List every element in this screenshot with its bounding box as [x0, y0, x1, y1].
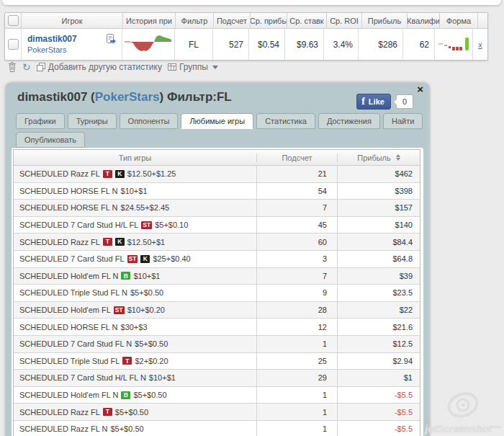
tab-6[interactable]: Найти: [383, 113, 423, 129]
game-name: SCHEDULED 7 Card Stud H/L FL: [19, 221, 138, 229]
col-header-form[interactable]: Форма: [439, 13, 477, 28]
profit-cell: $286: [358, 29, 402, 60]
col-header-qualified[interactable]: Квалифи: [407, 13, 439, 28]
player-site-link[interactable]: PokerStars: [27, 45, 66, 55]
game-profit-cell: $462: [337, 166, 420, 182]
favorite-games-table: Тип игры Подсчет Прибыль SCHEDULED Razz …: [13, 149, 420, 436]
game-type-cell: SCHEDULED Hold'em FL NB$10+$1: [14, 268, 256, 285]
game-count-cell: 12: [256, 319, 337, 335]
col-header-avg-roi[interactable]: Ср. ROI: [326, 13, 361, 28]
col-header-history[interactable]: История при: [122, 13, 175, 28]
facebook-like-button[interactable]: f Like: [356, 94, 391, 110]
game-stake: $10+$1: [149, 373, 176, 382]
game-stake: $5+$0.50: [110, 424, 143, 433]
col-header-profit[interactable]: Прибыль: [361, 13, 407, 28]
tab-row-1: ГрафикиТурнирыОппонентыЛюбимые игрыСтати…: [16, 113, 423, 129]
notes-export-icon[interactable]: [105, 33, 117, 45]
refresh-icon[interactable]: ↻: [22, 62, 31, 72]
add-statistic-label: Добавить другую статистику: [48, 62, 162, 72]
col-header-filter[interactable]: Фильтр: [175, 13, 213, 28]
game-badge-icon: ST: [141, 221, 152, 229]
game-type-cell: SCHEDULED HORSE FL N$10+$1: [14, 183, 256, 200]
tab-4[interactable]: Статистика: [256, 113, 315, 129]
game-name: SCHEDULED Hold'em FL N: [19, 272, 118, 280]
game-name: SCHEDULED Hold'em FL: [19, 306, 111, 314]
trash-icon[interactable]: [8, 62, 17, 72]
game-count-cell: 7: [256, 200, 337, 216]
game-row: SCHEDULED Hold'em FLST$10+$0.2028$22: [14, 301, 420, 319]
game-profit-cell: $84.4: [337, 233, 420, 250]
game-stake: $24.55+$2.45: [121, 203, 170, 212]
panel-title-filter: ) Фильтр:FL: [160, 90, 232, 104]
game-type-cell: SCHEDULED Hold'em FL NB$5+$0.50: [14, 387, 256, 404]
tab-3[interactable]: Любимые игры: [181, 113, 253, 129]
game-stake: $10+$1: [121, 187, 148, 195]
caret-down-icon: [212, 66, 218, 69]
groups-dropdown[interactable]: Группы: [168, 62, 218, 72]
game-profit-cell: $12.5: [337, 336, 420, 352]
players-toolbar: ↻ Добавить другую статистику Группы: [8, 62, 218, 72]
games-col-header-profit-label: Прибыль: [357, 154, 391, 162]
player-details-panel: × dimastik007 (PokerStars) Фильтр:FL f L…: [6, 83, 429, 436]
col-header-remove: [477, 13, 487, 28]
game-row: SCHEDULED Hold'em FL NB$5+$0.501-$5.5: [14, 386, 420, 404]
tab-7[interactable]: Опубликовать: [16, 132, 85, 148]
col-header-avg-profit[interactable]: Ср. прибы: [250, 13, 287, 28]
profit-history-sparkline: [125, 32, 172, 57]
jetscreenshot-watermark: jetScreenshotcom: [424, 389, 502, 434]
remove-player-cell: x: [472, 29, 487, 60]
filter-cell: FL: [174, 29, 212, 60]
tab-2[interactable]: Оппоненты: [120, 113, 179, 129]
player-cell: dimastik007 PokerStars: [21, 29, 122, 60]
game-row: SCHEDULED Razz FLTK$12.50+$1.2521$462: [14, 166, 420, 182]
game-badge-icon: K: [115, 170, 125, 178]
game-stake: $10+$1: [133, 272, 160, 280]
game-count-cell: 1: [256, 336, 337, 352]
game-row: SCHEDULED Razz FL N$5+$0.501-$5.5: [14, 420, 420, 436]
facebook-icon: f: [361, 96, 365, 107]
avg-stake-cell: $9.63: [284, 29, 323, 60]
player-name-link[interactable]: dimastik007: [27, 33, 77, 45]
game-type-cell: SCHEDULED Razz FL N$5+$0.50: [14, 421, 256, 436]
game-count-cell: 9: [256, 285, 337, 301]
game-profit-cell: $23.5: [337, 285, 420, 301]
game-count-cell: 1: [256, 421, 337, 436]
game-count-cell: 60: [256, 233, 337, 250]
col-header-player[interactable]: Игрок: [21, 13, 122, 28]
groups-grid-icon: [168, 63, 176, 71]
remove-player-link[interactable]: x: [478, 40, 482, 49]
previous-widget-cutoff: [2, 0, 501, 5]
form-chart-cell: [434, 29, 472, 60]
game-count-cell: 45: [256, 217, 337, 233]
jetscreenshot-logo-icon: [442, 389, 484, 421]
game-name: SCHEDULED Razz FL: [19, 169, 100, 178]
select-all-checkbox[interactable]: [8, 15, 19, 26]
facebook-like-label: Like: [369, 97, 384, 106]
games-col-header-count[interactable]: Подсчет: [256, 154, 337, 162]
col-header-count[interactable]: Подсчет: [213, 13, 250, 28]
games-col-header-type[interactable]: Тип игры: [14, 154, 256, 162]
games-col-header-profit[interactable]: Прибыль: [337, 154, 420, 162]
add-statistic-button[interactable]: Добавить другую статистику: [37, 62, 162, 72]
game-stake: $2+$0.20: [135, 357, 168, 365]
tab-0[interactable]: Графики: [16, 113, 65, 129]
game-type-cell: SCHEDULED 7 Card Stud FLSTK$25+$0.40: [14, 251, 256, 267]
sort-icon[interactable]: [396, 154, 400, 161]
close-icon[interactable]: ×: [417, 84, 423, 94]
game-profit-cell: $39: [337, 268, 420, 285]
tab-1[interactable]: Турниры: [68, 113, 117, 129]
panel-title-site[interactable]: PokerStars: [95, 90, 160, 104]
game-name: SCHEDULED 7 Card Stud FL N: [19, 339, 132, 348]
game-badge-icon: T: [103, 238, 112, 246]
games-table-body: SCHEDULED Razz FLTK$12.50+$1.2521$462SCH…: [14, 166, 420, 436]
avg-profit-cell: $0.54: [248, 29, 284, 60]
game-badge-icon: ST: [114, 306, 125, 314]
avg-roi-cell: 3.4%: [323, 29, 358, 60]
game-count-cell: 1: [256, 387, 337, 404]
tab-5[interactable]: Достижения: [318, 113, 380, 129]
col-header-avg-stake[interactable]: Ср. ставк: [287, 13, 326, 28]
game-badge-icon: ST: [127, 255, 138, 263]
game-type-cell: SCHEDULED Razz FLTK$12.50+$1.25: [14, 166, 256, 182]
row-checkbox[interactable]: [8, 39, 19, 50]
game-count-cell: 28: [256, 302, 337, 319]
